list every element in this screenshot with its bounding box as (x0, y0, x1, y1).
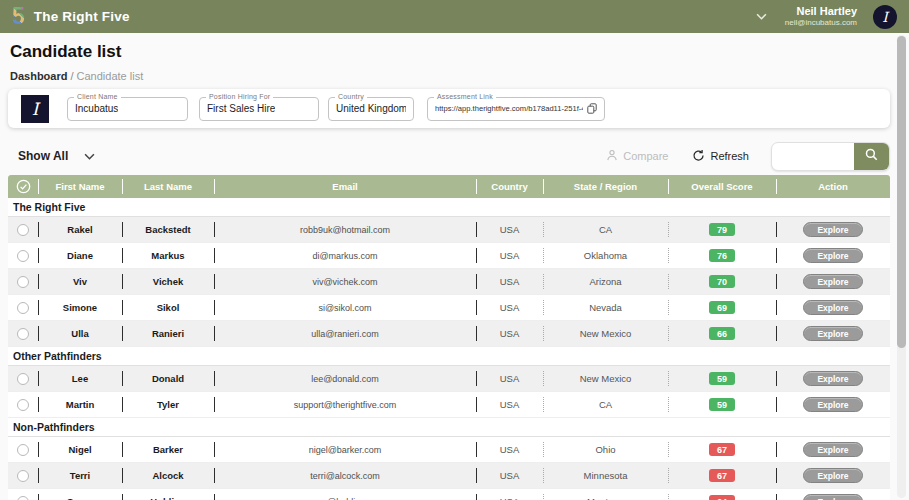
breadcrumb-dashboard-link[interactable]: Dashboard (10, 70, 67, 82)
refresh-button[interactable]: Refresh (692, 149, 749, 164)
search-input[interactable] (772, 143, 854, 170)
row-select-radio[interactable] (17, 470, 29, 482)
row-select-radio[interactable] (17, 302, 29, 314)
country-field[interactable]: Country United Kingdom (328, 97, 414, 121)
first-name-cell: Viv (38, 269, 122, 294)
first-name: Simone (63, 302, 97, 313)
last-name-cell: Holding (122, 489, 214, 500)
search-button[interactable] (854, 143, 889, 170)
last-name-cell: Ranieri (122, 321, 214, 346)
copy-icon[interactable] (587, 103, 597, 114)
row-select-radio[interactable] (17, 399, 29, 411)
explore-button[interactable]: Explore (803, 274, 863, 289)
app-header: 5 The Right Five Neil Hartley neil@incub… (0, 0, 909, 33)
score-badge: 79 (709, 223, 735, 236)
action-cell: Explore (776, 392, 890, 417)
first-name-cell: Nigel (38, 437, 122, 462)
country-cell: USA (476, 321, 543, 346)
state-cell: Arizona (543, 269, 668, 294)
state-cell: Oklahoma (543, 243, 668, 268)
score-badge: 59 (709, 372, 735, 385)
row-select-radio[interactable] (17, 250, 29, 262)
email-cell: terri@alcock.com (214, 463, 476, 488)
explore-button[interactable]: Explore (803, 494, 863, 500)
last-name: Vichek (153, 276, 183, 287)
score-badge: 67 (709, 469, 735, 482)
explore-button[interactable]: Explore (803, 397, 863, 412)
state-cell: CA (543, 392, 668, 417)
score-cell: 69 (668, 295, 776, 320)
state-cell: CA (543, 217, 668, 242)
score-cell: 79 (668, 217, 776, 242)
country-cell: USA (476, 243, 543, 268)
action-cell: Explore (776, 437, 890, 462)
explore-button[interactable]: Explore (803, 468, 863, 483)
row-select-cell (8, 366, 38, 391)
explore-button[interactable]: Explore (803, 248, 863, 263)
state-cell: Ohio (543, 437, 668, 462)
email-cell: lee@donald.com (214, 366, 476, 391)
col-header-action: Action (776, 175, 890, 198)
first-name: Rakel (67, 224, 92, 235)
score-cell: 70 (668, 269, 776, 294)
scrollbar-thumb[interactable] (897, 36, 906, 348)
first-name-cell: Oscar (38, 489, 122, 500)
client-name-field[interactable]: Client Name Incubatus (67, 97, 188, 121)
score-cell: 66 (668, 321, 776, 346)
first-name-cell: Diane (38, 243, 122, 268)
country-label: Country (335, 93, 367, 100)
table-row: OscarHoldingoscar@holding.comUSAMontana6… (8, 489, 890, 500)
country: USA (500, 496, 520, 500)
state-cell: New Mexico (543, 321, 668, 346)
country: USA (500, 224, 520, 235)
row-select-radio[interactable] (17, 373, 29, 385)
row-select-cell (8, 269, 38, 294)
first-name: Viv (73, 276, 87, 287)
table-row: NigelBarkernigel@barker.comUSAOhio67Expl… (8, 437, 890, 463)
state-region: CA (599, 399, 612, 410)
state-region: Ohio (595, 444, 615, 455)
last-name-cell: Barker (122, 437, 214, 462)
last-name-cell: Backstedt (122, 217, 214, 242)
country: USA (500, 373, 520, 384)
assessment-link-field[interactable]: Assessment Link https://app.therightfive… (427, 97, 605, 121)
page-title: Candidate list (10, 42, 121, 62)
col-header-state: State / Region (543, 175, 668, 198)
first-name-cell: Lee (38, 366, 122, 391)
row-select-cell (8, 463, 38, 488)
user-name: Neil Hartley (785, 5, 857, 19)
compare-button[interactable]: Compare (606, 149, 668, 163)
row-select-radio[interactable] (17, 224, 29, 236)
state-region: Nevada (589, 302, 622, 313)
explore-button[interactable]: Explore (803, 326, 863, 341)
country: USA (500, 444, 520, 455)
state-cell: Minnesota (543, 463, 668, 488)
select-all-checkbox[interactable] (8, 175, 38, 198)
group-header-row: Non-Pathfinders (8, 418, 890, 437)
chevron-down-icon[interactable] (756, 13, 767, 20)
score-cell: 59 (668, 366, 776, 391)
country: USA (500, 470, 520, 481)
row-select-radio[interactable] (17, 276, 29, 288)
explore-button[interactable]: Explore (803, 442, 863, 457)
position-field[interactable]: Position Hiring For First Sales Hire (199, 97, 319, 121)
filter-dropdown[interactable]: Show All (18, 149, 95, 163)
explore-button[interactable]: Explore (803, 222, 863, 237)
table-row: RakelBackstedtrobb9uk@hotmail.comUSACA79… (8, 217, 890, 243)
row-select-radio[interactable] (17, 328, 29, 340)
avatar[interactable]: I (873, 5, 897, 29)
explore-button[interactable]: Explore (803, 371, 863, 386)
last-name: Markus (151, 250, 184, 261)
row-select-radio[interactable] (17, 496, 29, 500)
table-row: LeeDonaldlee@donald.comUSANew Mexico59Ex… (8, 366, 890, 392)
country-cell: USA (476, 463, 543, 488)
table-header-row: First Name Last Name Email Country State… (8, 175, 890, 198)
state-cell: Nevada (543, 295, 668, 320)
explore-button[interactable]: Explore (803, 300, 863, 315)
last-name: Alcock (152, 470, 183, 481)
action-cell: Explore (776, 489, 890, 500)
scrollbar-track[interactable] (897, 35, 906, 498)
row-select-radio[interactable] (17, 444, 29, 456)
score-badge: 67 (709, 443, 735, 456)
col-header-last-name: Last Name (122, 175, 214, 198)
